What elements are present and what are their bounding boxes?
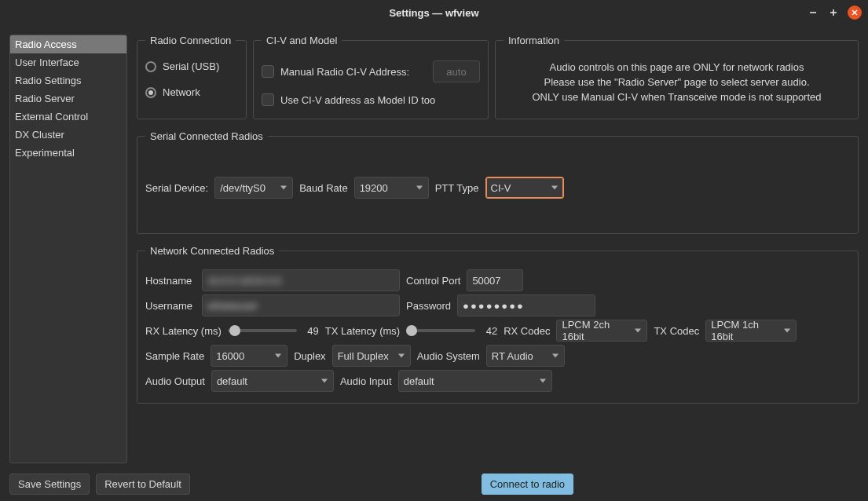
save-settings-button[interactable]: Save Settings: [9, 474, 90, 495]
duplex-select[interactable]: Full Duplex: [332, 345, 411, 367]
tx-latency-value: 42: [480, 325, 497, 337]
serial-radios-legend: Serial Connected Radios: [145, 130, 268, 142]
info-line2: Please use the "Radio Server" page to se…: [507, 75, 847, 90]
tx-codec-label: TX Codec: [654, 325, 699, 337]
info-line3: ONLY use Manual CI-V when Transceive mod…: [507, 90, 847, 105]
audio-system-label: Audio System: [417, 350, 480, 362]
sidebar-item-experimental[interactable]: Experimental: [10, 144, 126, 162]
network-radio-label: Network: [163, 86, 200, 98]
serial-device-select[interactable]: /dev/ttyS0: [214, 177, 293, 199]
tx-latency-label: TX Latency (ms): [325, 325, 400, 337]
manual-civ-row: Manual Radio CI-V Address:: [262, 60, 480, 82]
sidebar-item-external-control[interactable]: External Control: [10, 108, 126, 126]
information-legend: Information: [504, 35, 564, 46]
sidebar-item-user-interface[interactable]: User Interface: [10, 53, 126, 71]
ptt-type-label: PTT Type: [435, 182, 479, 194]
username-input[interactable]: wfviewuser: [202, 294, 400, 316]
window-title: Settings — wfview: [389, 7, 478, 19]
sidebar-item-dx-cluster[interactable]: DX Cluster: [10, 126, 126, 144]
civ-model-group: CI-V and Model Manual Radio CI-V Address…: [253, 35, 489, 119]
maximize-button[interactable]: [827, 6, 840, 19]
network-radios-group: Network Connected Radios Hostname 10.0.0…: [137, 245, 859, 404]
audio-output-select[interactable]: default: [211, 370, 334, 392]
sample-rate-select[interactable]: 16000: [211, 345, 288, 367]
serial-radios-group: Serial Connected Radios Serial Device: /…: [137, 130, 859, 234]
information-group: Information Audio controls on this page …: [495, 35, 859, 119]
sidebar-item-radio-settings[interactable]: Radio Settings: [10, 71, 126, 90]
sidebar-item-radio-access[interactable]: Radio Access: [10, 35, 126, 53]
baud-rate-select[interactable]: 19200: [354, 177, 429, 199]
radio-connection-group: Radio Connection Serial (USB) Network: [137, 35, 247, 119]
use-civ-as-model-checkbox[interactable]: [262, 93, 274, 106]
control-port-label: Control Port: [406, 275, 460, 287]
rx-latency-slider[interactable]: [228, 329, 297, 332]
ptt-type-select[interactable]: CI-V: [485, 177, 564, 199]
serial-radio-option[interactable]: Serial (USB): [145, 60, 238, 72]
audio-input-select[interactable]: default: [398, 370, 552, 392]
serial-radio-label: Serial (USB): [163, 60, 219, 72]
use-civ-as-model-row: Use CI-V address as Model ID too: [262, 93, 480, 106]
baud-rate-label: Baud Rate: [299, 182, 347, 194]
audio-system-select[interactable]: RT Audio: [486, 345, 565, 367]
connect-to-radio-button[interactable]: Connect to radio: [482, 474, 573, 495]
rx-latency-value: 49: [302, 325, 319, 337]
civ-address-input: [433, 60, 480, 82]
sample-rate-label: Sample Rate: [145, 350, 204, 362]
manual-civ-checkbox[interactable]: [262, 65, 274, 78]
rx-latency-label: RX Latency (ms): [145, 325, 222, 337]
info-text: Audio controls on this page are ONLY for…: [504, 56, 850, 110]
tx-codec-select[interactable]: LPCM 1ch 16bit: [705, 320, 797, 342]
revert-default-button[interactable]: Revert to Default: [96, 474, 190, 495]
network-radio-option[interactable]: Network: [145, 86, 238, 98]
control-port-input[interactable]: 50007: [467, 269, 523, 291]
use-civ-as-model-label: Use CI-V address as Model ID too: [280, 94, 435, 106]
username-label: Username: [145, 300, 196, 312]
password-input[interactable]: ●●●●●●●●: [457, 294, 595, 316]
audio-output-label: Audio Output: [145, 375, 205, 387]
sidebar-item-radio-server[interactable]: Radio Server: [10, 90, 126, 108]
serial-device-label: Serial Device:: [145, 182, 208, 194]
network-radios-legend: Network Connected Radios: [145, 245, 279, 257]
minimize-button[interactable]: [807, 6, 819, 19]
footer: Save Settings Revert to Default Connect …: [0, 466, 868, 501]
civ-model-legend: CI-V and Model: [262, 35, 342, 46]
tx-latency-slider[interactable]: [406, 329, 475, 332]
window-controls: [807, 5, 862, 20]
hostname-input[interactable]: 10.0.0.10/10.0.0: [202, 269, 400, 291]
duplex-label: Duplex: [294, 350, 325, 362]
close-button[interactable]: [848, 5, 862, 20]
password-label: Password: [406, 300, 451, 312]
titlebar: Settings — wfview: [0, 0, 868, 25]
info-line1: Audio controls on this page are ONLY for…: [507, 60, 847, 75]
rx-codec-select[interactable]: LPCM 2ch 16bit: [556, 320, 647, 342]
manual-civ-label: Manual Radio CI-V Address:: [280, 66, 409, 78]
radio-connection-legend: Radio Connection: [145, 35, 236, 46]
radio-icon: [145, 87, 156, 98]
audio-input-label: Audio Input: [340, 375, 392, 387]
settings-sidebar: Radio Access User Interface Radio Settin…: [9, 35, 127, 463]
hostname-label: Hostname: [145, 275, 196, 287]
radio-icon: [145, 61, 156, 72]
rx-codec-label: RX Codec: [504, 325, 550, 337]
